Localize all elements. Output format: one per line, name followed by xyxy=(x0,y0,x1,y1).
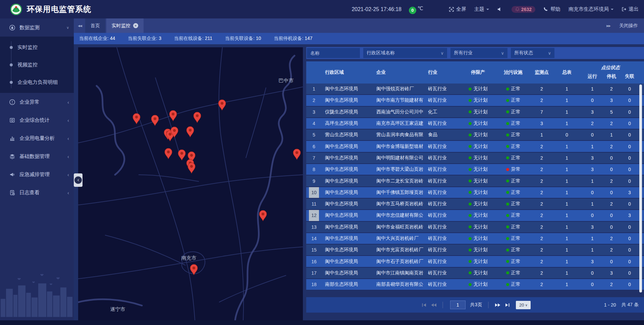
pagination-controls: │ 1 共3页 │ 20 ∨ xyxy=(420,301,531,309)
city-skyline-decoration xyxy=(0,273,74,317)
row-index-cell: 4 xyxy=(306,118,322,129)
monitor-points-cell: 7 xyxy=(532,107,552,117)
limit-status-label: 无计划 xyxy=(474,109,488,115)
sidebar-item-emergency-reduction[interactable]: 应急减排管理‹ xyxy=(0,165,74,183)
treatment-status-cell: 正常 xyxy=(495,129,532,140)
speaker-button[interactable] xyxy=(497,7,504,12)
company-cell: 南充市高坪区王家店建 xyxy=(373,118,426,129)
logout-button[interactable]: 退出 xyxy=(622,6,639,12)
sidebar-subitem-power-load-detail[interactable]: 企业电力负荷明细 xyxy=(0,73,74,91)
last-page-button[interactable] xyxy=(505,303,509,307)
subcol-0: 运行 xyxy=(582,71,603,84)
sidebar-subitem-video-monitoring[interactable]: 视频监控 xyxy=(0,56,74,73)
close-actions-button[interactable]: 关闭操作 xyxy=(619,23,638,29)
sidebar-item-power-usage-analysis[interactable]: 企业用电量分析‹ xyxy=(0,129,74,147)
table-row[interactable]: 8阆中生态环境局阆中市枣碧大梁山页岩砖瓦行业无计划异常21300 xyxy=(306,164,644,175)
first-page-button[interactable] xyxy=(422,303,426,307)
lost-cell: 0 xyxy=(620,268,639,278)
tab-bar: ◀◀ 首页实时监控✕ ▶▶ 关闭操作 xyxy=(74,18,644,33)
limit-status-cell: 无计划 xyxy=(461,118,495,129)
treatment-status-cell: 正常 xyxy=(495,199,532,209)
status-dot xyxy=(506,133,509,137)
temperature-unit: ℃ xyxy=(418,5,423,11)
tabs-scroll-left-icon[interactable]: ◀◀ xyxy=(78,24,82,28)
sidebar-submenu: 实时监控视频监控企业电力负荷明细 xyxy=(0,37,74,93)
table-row[interactable]: 7阆中生态环境局阆中明阳建材有限公司砖瓦行业无计划正常21300 xyxy=(306,153,644,164)
next-page-button[interactable] xyxy=(495,303,500,307)
treatment-status-label: 正常 xyxy=(511,189,521,196)
row-index-value: 18 xyxy=(309,279,319,290)
region-cell: 阆中生态环境局 xyxy=(322,199,373,209)
region-cell: 阆中生态环境局 xyxy=(322,164,373,175)
table-row[interactable]: 13阆中生态环境局阆中市金福旺页岩机砖砖瓦行业无计划正常21300 xyxy=(306,222,644,233)
fullscreen-button[interactable]: 全屏 xyxy=(449,6,466,12)
sidebar-item-log-view[interactable]: 日志查看‹ xyxy=(0,183,74,202)
col-6: 监测点 xyxy=(532,61,552,84)
page-size-select[interactable]: 20 ∨ xyxy=(516,301,531,309)
stopped-cell: 5 xyxy=(603,107,620,117)
industry-filter-select[interactable]: 所有行业 ∨ xyxy=(450,48,507,58)
tab-realtime[interactable]: 实时监控✕ xyxy=(106,18,144,33)
stopped-cell: 0 xyxy=(603,222,620,232)
sidebar-item-enterprise-statistics[interactable]: 企业综合统计‹ xyxy=(0,111,74,129)
page-number-input[interactable]: 1 xyxy=(450,301,466,309)
table-row[interactable]: 2阆中生态环境局阆中市南方节能建材有砖瓦行业无计划正常21030 xyxy=(306,95,644,106)
status-filter-select[interactable]: 所有状态 ∨ xyxy=(511,48,554,58)
sidebar-item-data-monitoring[interactable]: 数据监测∨ xyxy=(0,18,74,37)
treatment-status-label: 正常 xyxy=(511,224,521,230)
stopped-cell: 2 xyxy=(603,233,620,244)
limit-status-cell: 无计划 xyxy=(461,245,495,255)
help-button[interactable]: 帮助 xyxy=(543,6,560,12)
region-cell: 高坪生态环境局 xyxy=(322,118,373,129)
limit-status-cell: 无计划 xyxy=(461,175,495,186)
chart-icon xyxy=(9,135,15,142)
industry-cell: 砖瓦行业 xyxy=(426,268,461,278)
notification-badge[interactable]: 2632 xyxy=(512,6,535,13)
status-dot xyxy=(506,168,509,171)
table-row[interactable]: 5营山生态环境局营山县润丰肉食品有限食品无计划正常10010 xyxy=(306,129,644,141)
table-row[interactable]: 11阆中生态环境局阆中市五马桥页岩机砖砖瓦行业无计划正常21120 xyxy=(306,199,644,210)
table-scrollbar-thumb[interactable] xyxy=(639,85,642,292)
running-cell: 3 xyxy=(582,256,603,267)
org-dropdown[interactable]: 南充市生态环境局 xyxy=(569,6,613,12)
table-row[interactable]: 9阆中生态环境局阆中市二龙长宝页岩砖砖瓦行业无计划正常21120 xyxy=(306,175,644,187)
table-row[interactable]: 3仪陇生态环境局西南油气田分公司川中化工无计划正常71350 xyxy=(306,107,644,118)
row-index-value: 10 xyxy=(309,187,319,198)
table-row[interactable]: 14阆中生态环境局阆中大兴页岩机砖厂砖瓦行业无计划正常21120 xyxy=(306,233,644,245)
speaker-icon xyxy=(497,7,502,12)
close-icon[interactable]: ✕ xyxy=(133,23,138,28)
monitor-points-cell: 2 xyxy=(532,279,552,290)
sidebar-subitem-realtime-monitoring[interactable]: 实时监控 xyxy=(0,39,74,56)
theme-dropdown[interactable]: 主题 xyxy=(474,6,489,12)
region-filter-select[interactable]: 行政区域名称 ∨ xyxy=(363,48,447,58)
total-meters-cell: 1 xyxy=(552,233,582,244)
tab-home[interactable]: 首页 xyxy=(85,18,105,33)
table-row[interactable]: 12阆中生态环境局阆中市忠信建材有限公砖瓦行业无计划正常21003 xyxy=(306,210,644,221)
prev-page-button[interactable] xyxy=(431,303,436,307)
table-row[interactable]: 10阆中生态环境局阆中千佛镇五郎垭页岩砖瓦行业无计划正常21003 xyxy=(306,187,644,199)
company-cell: 阆中市五马桥页岩机砖 xyxy=(373,199,426,209)
table-row[interactable]: 1阆中生态环境局阆中强锐页岩砖厂砖瓦行业无计划正常21120 xyxy=(306,84,644,95)
table-row[interactable]: 15阆中生态环境局阆中市光富页岩机砖厂砖瓦行业无计划正常21120 xyxy=(306,245,644,256)
table-row[interactable]: 4高坪生态环境局南充市高坪区王家店建砖瓦行业无计划正常31220 xyxy=(306,118,644,129)
sidebar-item-label: 企业综合统计 xyxy=(19,117,67,123)
status-dot xyxy=(469,99,472,102)
name-filter-input[interactable] xyxy=(307,48,360,58)
running-cell: 0 xyxy=(582,268,603,278)
sidebar-item-base-data-management[interactable]: 基础数据管理‹ xyxy=(0,147,74,165)
running-cell: 0 xyxy=(582,129,603,140)
table-row[interactable]: 6阆中生态环境局阆中市金博瑞新型墙材砖瓦行业无计划正常21120 xyxy=(306,141,644,152)
table-row[interactable]: 16阆中生态环境局阆中市石子页岩机砖厂砖瓦行业无计划正常21300 xyxy=(306,256,644,267)
map-panel[interactable]: 巴中市南充市遂宁市 xyxy=(78,47,303,320)
industry-cell: 砖瓦行业 xyxy=(426,164,461,175)
alert-icon xyxy=(9,99,15,105)
table-row[interactable]: 18南部生态环境局南部县砌华页岩有限公砖瓦行业无计划正常21020 xyxy=(306,279,644,290)
row-index-cell: 6 xyxy=(306,141,322,152)
tabs-scroll-right-icon[interactable]: ▶▶ xyxy=(606,24,610,28)
sidebar-item-enterprise-abnormal[interactable]: 企业异常‹ xyxy=(0,93,74,111)
map-collapse-button[interactable]: ‹ xyxy=(74,173,83,187)
lost-cell: 0 xyxy=(620,153,639,163)
map-canvas[interactable]: 巴中市南充市遂宁市 xyxy=(78,47,303,320)
company-cell: 阆中市二龙长宝页岩砖 xyxy=(373,175,426,186)
table-row[interactable]: 17阆中生态环境局阆中市江南镇阆南页岩砖瓦行业无计划正常21030 xyxy=(306,268,644,279)
